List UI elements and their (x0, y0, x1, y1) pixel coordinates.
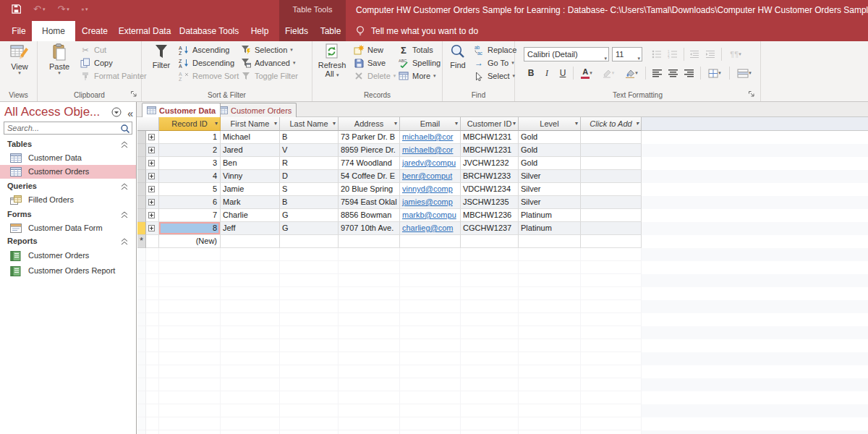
delete-record-button[interactable]: Delete▾ (353, 69, 396, 82)
row-selector[interactable] (137, 183, 146, 196)
shutter-close-icon[interactable]: « (127, 108, 133, 119)
nav-item-customer-data-form[interactable]: Customer Data Form (0, 221, 136, 235)
cell-customer-id[interactable]: BRCHW1233 (461, 170, 519, 183)
cell-customer-id[interactable]: MBCHW1236 (461, 209, 519, 222)
cell-click-to-add[interactable] (581, 157, 642, 170)
nav-search-box[interactable]: Search... (4, 122, 132, 135)
new-record-button[interactable]: New (353, 43, 383, 56)
row-selector[interactable] (137, 157, 146, 170)
increase-indent-icon[interactable] (703, 47, 718, 61)
cell-click-to-add[interactable] (581, 235, 642, 248)
replace-button[interactable]: abacReplace (473, 43, 516, 56)
row-selector[interactable] (137, 144, 146, 157)
cell-click-to-add[interactable] (581, 170, 642, 183)
refresh-all-button[interactable]: RefreshAll ▾ (315, 43, 349, 78)
font-name-combo[interactable]: Calibri (Detail)▾ (524, 47, 609, 61)
nav-section-reports[interactable]: Reports (0, 235, 136, 248)
row-selector[interactable] (137, 222, 146, 235)
nav-section-queries[interactable]: Queries (0, 180, 136, 193)
cell-customer-id[interactable]: MBCHW1231 (461, 144, 519, 157)
cell-last-name[interactable]: G (280, 222, 339, 235)
expand-plus-icon[interactable] (148, 134, 155, 140)
remove-sort-button[interactable]: AZRemove Sort (178, 69, 239, 82)
select-button[interactable]: Select▾ (473, 69, 515, 82)
nav-section-tables[interactable]: Tables (0, 138, 136, 151)
cell-level[interactable]: Platinum (519, 209, 581, 222)
cell-address[interactable]: 73 Parker Dr. B (339, 131, 400, 144)
cell-last-name[interactable]: G (280, 209, 339, 222)
goto-button[interactable]: →Go To▾ (473, 56, 514, 69)
spelling-button[interactable]: ABCSpelling (398, 56, 441, 69)
bold-button[interactable]: B (524, 66, 538, 80)
column-header-click-to-add[interactable]: Click to Add▾ (581, 117, 642, 131)
cell-last-name[interactable]: R (280, 157, 339, 170)
descending-button[interactable]: ZADescending (178, 56, 234, 69)
cell-address[interactable]: 9707 10th Ave. (339, 222, 400, 235)
expand-plus-icon[interactable] (148, 212, 155, 218)
cell-address[interactable]: 774 Woodland (339, 157, 400, 170)
toggle-filter-button[interactable]: Toggle Filter (240, 69, 298, 82)
filter-button[interactable]: Filter (148, 43, 175, 69)
redo-icon[interactable]: ↷▾ (57, 4, 69, 14)
cell-level[interactable]: Gold (519, 144, 581, 157)
view-button[interactable]: View ▾ (6, 43, 33, 75)
background-color-button[interactable]: ▾ (622, 66, 641, 80)
cell-record-id[interactable]: 4 (159, 170, 221, 183)
cell-customer-id[interactable]: CGCHW1237 (461, 222, 519, 235)
expand-row-cell[interactable] (146, 144, 159, 157)
expand-plus-icon[interactable] (148, 147, 155, 153)
cell-record-id[interactable]: 5 (159, 183, 221, 196)
underline-button[interactable]: U (556, 66, 570, 80)
cell-click-to-add[interactable] (581, 209, 642, 222)
expand-row-cell[interactable] (146, 222, 159, 235)
cell-first-name[interactable]: Mark (221, 196, 280, 209)
font-color-button[interactable]: A▾ (577, 66, 596, 80)
cell-last-name[interactable]: B (280, 196, 339, 209)
column-dropdown-icon[interactable]: ▾ (394, 120, 397, 127)
cell-record-id[interactable]: 3 (159, 157, 221, 170)
alternate-row-color-button[interactable]: ▾ (733, 66, 755, 80)
cell-level[interactable]: Gold (519, 157, 581, 170)
expand-plus-icon[interactable] (148, 225, 155, 231)
cell-first-name[interactable]: Jeff (221, 222, 280, 235)
nav-section-forms[interactable]: Forms (0, 208, 136, 221)
tab-help[interactable]: Help (243, 21, 276, 41)
cell-email[interactable] (400, 235, 461, 248)
gridlines-button[interactable]: ▾ (705, 66, 725, 80)
column-header-record-id[interactable]: Record ID▾ (159, 117, 221, 131)
advanced-button[interactable]: Advanced▾ (240, 56, 295, 69)
cell-email[interactable]: michaelb@cor (400, 144, 461, 157)
ascending-button[interactable]: AZAscending (178, 43, 229, 56)
cell-level[interactable]: Gold (519, 131, 581, 144)
row-selector[interactable] (137, 131, 146, 144)
italic-button[interactable]: I (540, 66, 554, 80)
cell-click-to-add[interactable] (581, 183, 642, 196)
cell-last-name[interactable]: S (280, 183, 339, 196)
cell-email[interactable]: charlieg@com (400, 222, 461, 235)
tab-home[interactable]: Home (32, 21, 75, 41)
column-header-address[interactable]: Address▾ (339, 117, 400, 131)
align-center-icon[interactable] (665, 66, 680, 80)
tab-database-tools[interactable]: Database Tools (175, 21, 243, 41)
paragraph-marks-icon[interactable]: ¶¶▾ (726, 47, 745, 61)
cell-record-id[interactable]: 6 (159, 196, 221, 209)
cell-email[interactable]: jamies@comp (400, 196, 461, 209)
new-row-selector[interactable]: * (137, 235, 146, 248)
cell-first-name[interactable]: Michael (221, 131, 280, 144)
nav-item-customer-orders-report[interactable]: Customer Orders (0, 249, 136, 263)
expand-row-cell[interactable] (146, 170, 159, 183)
cell-level[interactable]: Platinum (519, 222, 581, 235)
cell-click-to-add[interactable] (581, 196, 642, 209)
cell-customer-id[interactable]: MBCHW1231 (461, 131, 519, 144)
find-button[interactable]: Find (446, 43, 470, 69)
cell-level[interactable] (519, 235, 581, 248)
undo-icon[interactable]: ↶▾ (33, 4, 45, 14)
totals-button[interactable]: ΣTotals (398, 43, 433, 56)
paste-button[interactable]: Paste ▾ (45, 43, 74, 75)
copy-button[interactable]: Copy (80, 56, 113, 69)
cell-customer-id[interactable] (461, 235, 519, 248)
cell-customer-id[interactable]: VDCHW1234 (461, 183, 519, 196)
cell-customer-id[interactable]: JSCHW1235 (461, 196, 519, 209)
expand-plus-icon[interactable] (148, 186, 155, 192)
column-dropdown-icon[interactable]: ▾ (636, 120, 639, 127)
